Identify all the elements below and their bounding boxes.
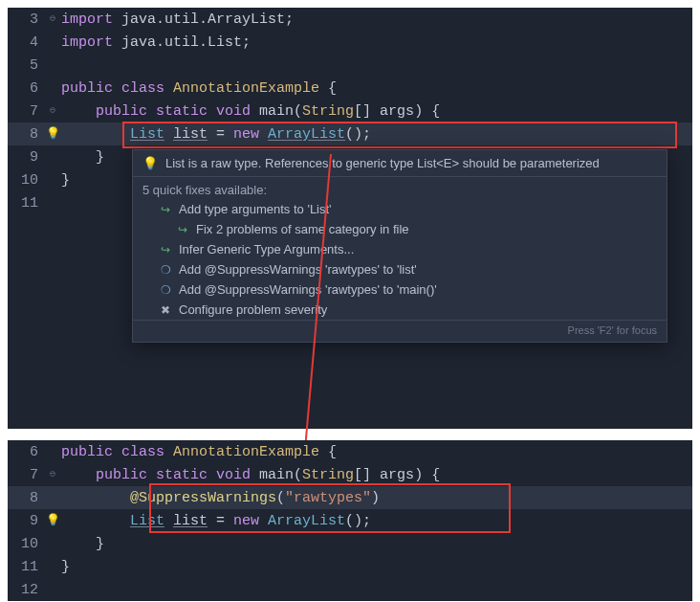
top-editor[interactable]: 3⊖import java.util.ArrayList;4import jav… — [8, 8, 692, 429]
line-number: 9 — [8, 149, 46, 166]
code-token: args — [380, 467, 414, 483]
quick-fix-item[interactable]: ↪Infer Generic Type Arguments... — [133, 239, 667, 259]
code-content[interactable]: public class AnnotationExample { — [59, 80, 337, 97]
line-number: 7 — [8, 467, 46, 483]
quick-fix-item[interactable]: ↪Add type arguments to 'List' — [133, 199, 667, 219]
code-token: ( — [276, 490, 285, 506]
code-line[interactable]: 4import java.util.List; — [8, 31, 692, 54]
code-content[interactable]: public static void main(String[] args) { — [59, 103, 440, 120]
bulb-icon: 💡 — [46, 127, 60, 141]
warning-tooltip: 💡 List is a raw type. References to gene… — [132, 149, 667, 343]
code-line[interactable]: 3⊖import java.util.ArrayList; — [8, 8, 692, 31]
code-token: [] — [354, 467, 380, 483]
line-number: 6 — [8, 444, 46, 460]
code-content[interactable]: import java.util.List; — [59, 34, 251, 51]
lightbulb-blue-icon: ❍ — [158, 283, 173, 297]
quick-fix-label: Infer Generic Type Arguments... — [179, 242, 354, 256]
line-number: 10 — [8, 172, 46, 189]
line-number: 11 — [8, 195, 46, 212]
code-token: ; — [285, 11, 294, 28]
code-token: } — [61, 559, 70, 575]
line-number: 6 — [8, 80, 46, 97]
code-token: new — [233, 126, 268, 143]
code-token — [61, 490, 130, 506]
code-token — [61, 103, 96, 120]
arrow-icon: ↪ — [158, 203, 173, 216]
bulb-icon: 💡 — [46, 514, 60, 527]
code-token: import — [61, 34, 121, 51]
quick-fix-label: Fix 2 problems of same category in file — [196, 222, 409, 236]
code-token — [164, 126, 173, 143]
gutter-marker[interactable]: 💡 — [46, 123, 59, 146]
arrow-icon: ↪ — [175, 223, 190, 236]
code-content[interactable]: } — [59, 559, 70, 575]
code-token: List — [130, 126, 164, 143]
line-number: 12 — [8, 582, 46, 598]
line-number: 10 — [8, 536, 46, 552]
code-token — [164, 513, 173, 529]
code-line[interactable]: 10 } — [8, 532, 692, 555]
arrow-icon: ↪ — [158, 243, 173, 256]
line-number: 9 — [8, 513, 46, 529]
quick-fix-item[interactable]: ❍Add @SuppressWarnings 'rawtypes' to 'li… — [133, 259, 667, 279]
code-line[interactable]: 5 — [8, 54, 692, 77]
code-token — [61, 126, 130, 143]
code-line[interactable]: 8 @SuppressWarnings("rawtypes") — [8, 486, 692, 509]
code-token: java.util.ArrayList — [121, 11, 285, 28]
code-token: @SuppressWarnings — [130, 490, 276, 506]
code-line[interactable]: 8💡 List list = new ArrayList(); — [8, 123, 692, 145]
code-token: ArrayList — [268, 513, 345, 529]
code-token: ) { — [414, 103, 440, 120]
code-line[interactable]: 9💡 List list = new ArrayList(); — [8, 509, 692, 532]
quick-fix-item[interactable]: ↪Fix 2 problems of same category in file — [133, 219, 667, 239]
code-token: main — [259, 103, 294, 120]
quick-fix-item[interactable]: ✖Configure problem severity — [133, 300, 667, 320]
gutter-marker[interactable]: 💡 — [46, 509, 59, 533]
line-number: 7 — [8, 103, 46, 120]
gutter-marker[interactable]: ⊖ — [46, 100, 59, 123]
line-number: 3 — [8, 11, 46, 28]
quick-fix-label: Add type arguments to 'List' — [179, 202, 332, 216]
code-token — [61, 513, 130, 529]
code-content[interactable]: } — [59, 536, 104, 552]
code-line[interactable]: 11} — [8, 555, 692, 578]
code-token: (); — [345, 513, 371, 529]
tooltip-header: 💡 List is a raw type. References to gene… — [133, 150, 667, 177]
code-line[interactable]: 12 — [8, 578, 692, 601]
bottom-editor[interactable]: 6public class AnnotationExample {7⊖ publ… — [8, 440, 692, 601]
line-number: 8 — [8, 490, 46, 506]
code-content[interactable]: List list = new ArrayList(); — [59, 513, 371, 529]
code-token: (); — [345, 126, 371, 143]
bulb-icon: 💡 — [142, 156, 158, 170]
code-content[interactable]: } — [59, 149, 104, 166]
code-token: AnnotationExample — [173, 444, 319, 460]
lightbulb-blue-icon: ❍ — [158, 263, 173, 277]
code-content[interactable]: import java.util.ArrayList; — [59, 11, 294, 28]
code-token: "rawtypes" — [285, 490, 371, 506]
code-line[interactable]: 7⊖ public static void main(String[] args… — [8, 100, 692, 123]
code-token: = — [208, 126, 233, 143]
code-token: list — [173, 513, 208, 529]
quick-fix-item[interactable]: ❍Add @SuppressWarnings 'rawtypes' to 'ma… — [133, 279, 667, 300]
code-content[interactable]: List list = new ArrayList(); — [59, 126, 371, 143]
code-token: public static void — [96, 103, 259, 120]
code-line[interactable]: 6public class AnnotationExample { — [8, 77, 692, 100]
code-content[interactable]: public class AnnotationExample { — [59, 444, 337, 460]
code-content[interactable]: @SuppressWarnings("rawtypes") — [59, 490, 380, 506]
code-token: ; — [242, 34, 251, 51]
fold-marker-icon: ⊖ — [50, 469, 55, 479]
line-number: 8 — [8, 126, 46, 143]
code-token: public static void — [96, 467, 259, 483]
gutter-marker[interactable]: ⊖ — [46, 8, 59, 31]
code-line[interactable]: 6public class AnnotationExample { — [8, 440, 692, 463]
code-token: } — [61, 149, 104, 166]
code-token: ) { — [414, 467, 440, 483]
gutter-marker[interactable]: ⊖ — [46, 463, 59, 486]
code-content[interactable]: public static void main(String[] args) { — [59, 467, 440, 483]
line-number: 4 — [8, 34, 46, 51]
tooltip-subheader: 5 quick fixes available: — [133, 177, 667, 199]
code-content[interactable]: } — [59, 172, 70, 189]
code-token: AnnotationExample — [173, 80, 319, 97]
code-line[interactable]: 7⊖ public static void main(String[] args… — [8, 463, 692, 486]
code-token: ) — [371, 490, 380, 506]
